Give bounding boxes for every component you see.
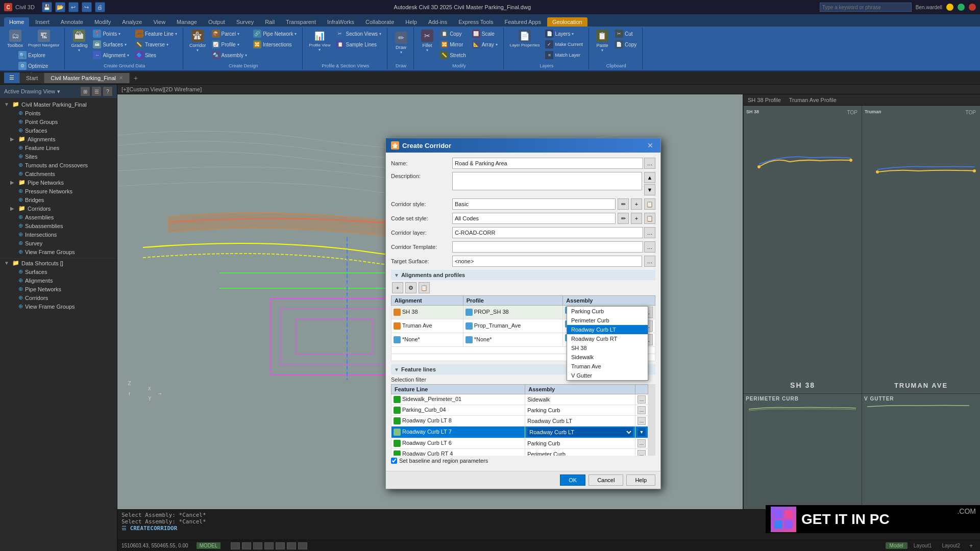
set-baseline-checkbox[interactable] [391, 458, 397, 464]
copy-ribbon-button[interactable]: 📋Copy [437, 29, 469, 39]
tree-item-ds-alignments[interactable]: ⊕ Alignments [0, 276, 117, 285]
new-tab-button[interactable]: + [130, 72, 142, 84]
dropdown-item-truman[interactable]: Truman Ave [567, 362, 648, 371]
align-add-btn[interactable]: + [392, 282, 403, 293]
profile-view-button[interactable]: 📊 Profile View▾ [307, 29, 332, 53]
tree-item-points[interactable]: ⊕ Points [0, 109, 117, 117]
corridor-big-button[interactable]: 🛣 Corridor▾ [187, 29, 208, 54]
tree-item-pressure-networks[interactable]: ⊕ Pressure Networks [0, 187, 117, 195]
dropdown-item-sh38[interactable]: SH 38 [567, 343, 648, 353]
layer-properties-button[interactable]: 📄 Layer Properties [508, 29, 542, 48]
ft-edit-sidewalk[interactable]: … [638, 395, 646, 404]
tree-item-ds-corridors[interactable]: ⊕ Corridors [0, 293, 117, 302]
doc-tab-close[interactable]: ✕ [119, 75, 123, 81]
tab-modify[interactable]: Modify [89, 17, 116, 27]
align-settings-btn[interactable]: ⚙ [405, 282, 416, 293]
redo-button[interactable]: ↪ [82, 2, 92, 12]
dropdown-item-parking-curb[interactable]: Parking Curb [567, 307, 648, 316]
tree-item-bridges[interactable]: ⊕ Bridges [0, 195, 117, 204]
tab-rail[interactable]: Rail [260, 17, 280, 27]
polar-icon[interactable] [264, 542, 274, 549]
ft-row-curb-lt7[interactable]: Roadway Curb LT 7 Roadway Curb LT ▼ [391, 427, 648, 438]
ft-edit-curb-lt8[interactable]: … [638, 417, 646, 425]
tab-insert[interactable]: Insert [30, 17, 55, 27]
align-copy-btn[interactable]: 📋 [419, 282, 430, 293]
target-surface-btn[interactable]: … [644, 256, 655, 267]
ft-scrollbar[interactable] [648, 384, 655, 456]
toolbox-icon2[interactable]: ☰ [91, 86, 102, 96]
cut-button[interactable]: ✂Cut [612, 29, 639, 39]
tab-transparent[interactable]: Transparent [281, 17, 321, 27]
tree-item-ds-surfaces[interactable]: ⊕ Surfaces [0, 267, 117, 276]
feature-line-button[interactable]: ➖Feature Line▾ [133, 29, 180, 39]
ft-edit-parking-curb[interactable]: … [638, 406, 646, 414]
tree-item-ds-pipe-networks[interactable]: ⊕ Pipe Networks [0, 285, 117, 293]
corridor-template-btn[interactable]: … [644, 241, 655, 253]
tab-manage[interactable]: Manage [172, 17, 202, 27]
ft-row-parking-curb[interactable]: Parking_Curb_04 Parking Curb … [391, 405, 648, 416]
ft-edit-curb-lt6[interactable]: … [638, 439, 646, 447]
dropdown-item-vgutter[interactable]: V Gutter [567, 371, 648, 380]
tree-item-sites[interactable]: ⊕ Sites [0, 152, 117, 161]
tree-item-intersections[interactable]: ⊕ Intersections [0, 230, 117, 239]
corridor-style-edit[interactable]: ✏ [618, 198, 629, 210]
match-layer-button[interactable]: ≡Match Layer [543, 50, 585, 60]
corridor-layer-input[interactable] [452, 227, 643, 238]
tab-geolocation[interactable]: Geolocation [547, 17, 587, 27]
ft-edit-curb-lt7[interactable]: ▼ [638, 428, 646, 436]
new-layout-btn[interactable]: + [966, 542, 976, 550]
dropdown-item-roadway-lt[interactable]: Roadway Curb LT [567, 325, 648, 334]
code-set-select[interactable]: All Codes [452, 213, 616, 224]
tree-item-surfaces[interactable]: ⊕ Surfaces [0, 126, 117, 135]
minimize-button[interactable] [946, 4, 953, 11]
tree-item-assemblies[interactable]: ⊕ Assemblies [0, 213, 117, 221]
model-tab[interactable]: Model [886, 542, 908, 549]
view-dropdown[interactable]: Active Drawing View ▾ [4, 88, 60, 95]
help-button[interactable]: Help [626, 474, 655, 486]
corridor-template-input[interactable] [452, 241, 643, 253]
tree-item-catchments[interactable]: ⊕ Catchments [0, 169, 117, 178]
tab-express[interactable]: Express Tools [453, 17, 498, 27]
tree-item-corridors[interactable]: ▶ 📁 Corridors [0, 204, 117, 213]
make-current-button[interactable]: ✓Make Current [543, 39, 585, 49]
array-button[interactable]: 📐Array▾ [470, 39, 500, 49]
open-button[interactable]: 📂 [55, 2, 65, 12]
name-browse-btn[interactable]: … [644, 158, 655, 169]
stretch-button[interactable]: 📏Stretch [437, 50, 469, 60]
scale-button[interactable]: ⬜Scale [470, 29, 500, 39]
ft-row-curb-rt4[interactable]: Roadway Curb RT 4 Perimeter Curb … [391, 449, 648, 456]
toolbox-icon[interactable]: ☰ [4, 72, 20, 83]
ft-row-curb-lt6[interactable]: Roadway Curb LT 6 Parking Curb … [391, 438, 648, 449]
tab-featured[interactable]: Featured Apps [499, 17, 546, 27]
ft-row-curb-lt8[interactable]: Roadway Curb LT 8 Roadway Curb LT … [391, 416, 648, 427]
grid-icon[interactable] [231, 542, 240, 549]
sample-lines-button[interactable]: 📋Sample Lines [333, 39, 384, 49]
ft-edit-curb-rt4[interactable]: … [638, 450, 646, 456]
ducs-icon[interactable] [298, 542, 307, 549]
toolbox-icon1[interactable]: ⊞ [80, 86, 90, 96]
ft-row-sidewalk[interactable]: Sidewalk_Perimeter_01 Sidewalk … [391, 394, 648, 405]
tree-item-subassemblies[interactable]: ⊕ Subassemblies [0, 221, 117, 230]
tab-collaborate[interactable]: Collaborate [360, 17, 399, 27]
corridor-style-new[interactable]: + [631, 198, 642, 210]
snap-icon[interactable] [242, 542, 251, 549]
save-button[interactable]: 💾 [42, 2, 52, 12]
dropdown-item-roadway-rt[interactable]: Roadway Curb RT [567, 334, 648, 343]
tab-annotate[interactable]: Annotate [56, 17, 88, 27]
traverse-button[interactable]: 📏Traverse▾ [133, 39, 180, 49]
alignment-button[interactable]: ↔Alignment▾ [90, 50, 131, 60]
copy-clip-button[interactable]: 📄Copy [612, 39, 639, 49]
tree-item-survey[interactable]: ⊕ Survey [0, 239, 117, 247]
tab-home[interactable]: Home [4, 17, 29, 27]
description-input[interactable] [452, 172, 642, 190]
layers-dropdown-button[interactable]: 📄Layers▾ [543, 29, 585, 39]
tab-output[interactable]: Output [203, 17, 230, 27]
tree-item-pipe-networks[interactable]: ▶ 📁 Pipe Networks [0, 178, 117, 187]
layout1-tab[interactable]: Layout1 [910, 542, 936, 549]
project-navigator-button[interactable]: 🏗 Project Navigator [26, 29, 61, 49]
parcel-button[interactable]: 📦Parcel▾ [209, 29, 250, 39]
cancel-button[interactable]: Cancel [589, 474, 623, 486]
toolbox-button[interactable]: 🗂 Toolbox [5, 29, 25, 49]
tree-item-root[interactable]: ▼ 📁 Civil Master Parking_Final [0, 100, 117, 109]
tree-item-turnouts[interactable]: ⊕ Turnouts and Crossovers [0, 161, 117, 169]
